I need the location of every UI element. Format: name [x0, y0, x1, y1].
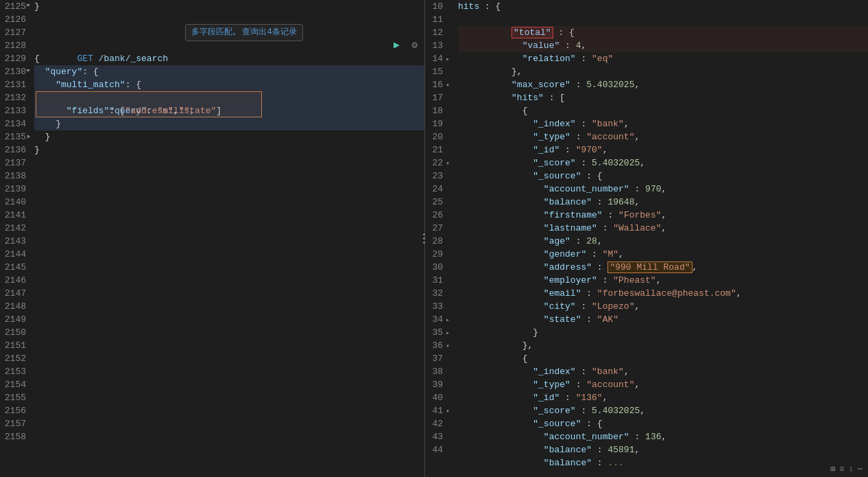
- code-line-2141: [34, 209, 424, 222]
- code-line-2134: }: [34, 117, 424, 130]
- resp-line-12: 12: [425, 26, 455, 39]
- resp-code-39: "_id" : "136",: [458, 378, 868, 391]
- editor-pane: 2125 2126 2127 2128 2129 2130 2131 2132 …: [0, 0, 425, 477]
- code-line-2135: }: [34, 130, 424, 143]
- editor-line-numbers: 2125 2126 2127 2128 2129 2130 2131 2132 …: [0, 0, 32, 477]
- resp-line-31: 31: [425, 274, 455, 287]
- ln-2144: 2144: [3, 248, 26, 261]
- resp-line-30: 30: [425, 261, 455, 274]
- splitter-handle[interactable]: [422, 225, 426, 253]
- resp-code-13: "relation" : "eq": [458, 39, 868, 52]
- fold-open-36[interactable]: ▾: [446, 342, 455, 350]
- ln-2125[interactable]: 2125: [3, 0, 26, 13]
- ln-2134: 2134: [3, 117, 26, 130]
- ln-2158: 2158: [3, 430, 26, 443]
- resp-line-11: 11: [425, 13, 455, 26]
- resp-code-20: "_id" : "970",: [458, 130, 868, 143]
- code-line-2146: [34, 274, 424, 287]
- resp-line-40: 40: [425, 391, 455, 404]
- bottom-icon-1[interactable]: ⊞: [830, 464, 835, 474]
- ln-2135[interactable]: 2135: [3, 130, 26, 143]
- settings-button[interactable]: ⚙: [412, 39, 418, 52]
- response-code-lines: hits : { "total" : { "value" : 4, "relat…: [455, 0, 868, 477]
- resp-line-13: 13: [425, 39, 455, 52]
- code-line-2155: [34, 391, 424, 404]
- resp-line-36: 36 ▾: [425, 339, 455, 352]
- tooltip-box: 多字段匹配, 查询出4条记录: [185, 24, 303, 41]
- resp-line-17: 17: [425, 91, 455, 104]
- resp-line-42: 42: [425, 417, 455, 430]
- ln-2145: 2145: [3, 261, 26, 274]
- fold-open-41[interactable]: ▾: [446, 407, 455, 415]
- resp-code-33: "state" : "AK": [458, 300, 868, 313]
- ln-2148: 2148: [3, 300, 26, 313]
- resp-code-42: "account_number" : 136,: [458, 417, 868, 430]
- resp-code-18: "_index" : "bank",: [458, 104, 868, 117]
- resp-code-16: "hits" : [: [458, 78, 868, 91]
- ln-2130[interactable]: 2130: [3, 65, 26, 78]
- resp-line-44: 44: [425, 443, 455, 456]
- response-pane: 10 11 12 13 14 ▸ 15: [425, 0, 868, 477]
- resp-line-32: 32: [425, 287, 455, 300]
- resp-code-26: "lastname" : "Wallace",: [458, 209, 868, 222]
- editor-code-content: } GET /bank/_search ▶ ⚙ 多字段匹配, 查询出4条记录 {…: [32, 0, 424, 477]
- fold-10[interactable]: [446, 3, 455, 10]
- resp-line-19: 19: [425, 117, 455, 130]
- resp-code-29: "address" : "990 Mill Road",: [458, 248, 868, 261]
- ln-2128: 2128: [3, 39, 26, 52]
- ln-2138: 2138: [3, 170, 26, 183]
- resp-line-24: 24: [425, 183, 455, 196]
- bottom-icon-4[interactable]: ⋯: [858, 464, 863, 474]
- fold-open-16[interactable]: ▾: [446, 81, 455, 89]
- resp-code-37: "_index" : "bank",: [458, 352, 868, 365]
- code-line-2128: GET /bank/_search ▶ ⚙ 多字段匹配, 查询出4条记录: [34, 39, 424, 52]
- code-line-2158: [34, 430, 424, 443]
- ln-2141: 2141: [3, 209, 26, 222]
- resp-line-26: 26: [425, 209, 455, 222]
- resp-code-12: "value" : 4,: [458, 26, 868, 39]
- resp-code-24: "balance" : 19648,: [458, 183, 868, 196]
- resp-line-23: 23: [425, 170, 455, 183]
- fold-close-34[interactable]: ▸: [446, 316, 455, 324]
- code-line-2150: [34, 326, 424, 339]
- resp-line-18: 18: [425, 104, 455, 117]
- ln-2136: 2136: [3, 143, 26, 156]
- resp-line-43: 43: [425, 430, 455, 443]
- code-line-2139: [34, 183, 424, 196]
- ln-2153: 2153: [3, 365, 26, 378]
- resp-line-21: 21: [425, 143, 455, 156]
- fold-close-35[interactable]: ▸: [446, 329, 455, 337]
- resp-line-35: 35 ▸: [425, 326, 455, 339]
- bottom-icon-3[interactable]: ↕: [849, 465, 854, 474]
- run-button[interactable]: ▶: [394, 39, 400, 52]
- splitter-dot: [423, 233, 425, 235]
- resp-line-33: 33: [425, 300, 455, 313]
- fold-11[interactable]: [446, 16, 455, 23]
- editor-code-container: 2125 2126 2127 2128 2129 2130 2131 2132 …: [0, 0, 424, 477]
- ln-2140: 2140: [3, 196, 26, 209]
- resp-code-36: {: [458, 339, 868, 352]
- resp-code-43: "balance" : 45891,: [458, 430, 868, 443]
- response-line-col: 10 11 12 13 14 ▸ 15: [425, 0, 455, 477]
- fold-close-14[interactable]: ▸: [446, 55, 455, 63]
- ln-2154: 2154: [3, 378, 26, 391]
- code-line-2153: [34, 365, 424, 378]
- splitter-dot: [423, 242, 425, 244]
- code-line-2156: [34, 404, 424, 417]
- code-line-2152: [34, 352, 424, 365]
- ln-2129: 2129: [3, 52, 26, 65]
- splitter-dot: [423, 237, 425, 240]
- resp-code-14: },: [458, 52, 868, 65]
- ln-2157: 2157: [3, 417, 26, 430]
- code-line-2140: [34, 196, 424, 209]
- bottom-icon-2[interactable]: ≡: [839, 465, 844, 474]
- resp-code-40: "_score" : 5.4032025,: [458, 391, 868, 404]
- resp-code-23: "account_number" : 970,: [458, 170, 868, 183]
- resp-line-29: 29: [425, 248, 455, 261]
- ln-2152: 2152: [3, 352, 26, 365]
- fold-open-22[interactable]: ▾: [446, 159, 455, 167]
- ln-2155: 2155: [3, 391, 26, 404]
- ln-2142: 2142: [3, 222, 26, 235]
- ln-2150: 2150: [3, 326, 26, 339]
- resp-line-20: 20: [425, 130, 455, 143]
